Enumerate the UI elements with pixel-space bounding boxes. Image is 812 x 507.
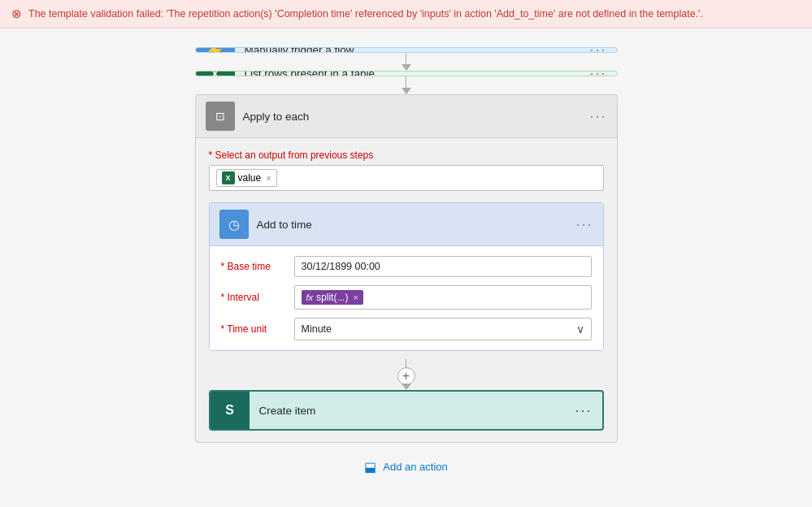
add-to-time-menu[interactable]: ··· — [575, 216, 593, 233]
interval-row: * Interval fx split(...) × — [221, 285, 592, 310]
chevron-down-icon: ∨ — [576, 323, 584, 336]
canvas-area: ⚡ Manually trigger a flow ··· X List row… — [0, 31, 812, 507]
select-output-label: * Select an output from previous steps — [209, 150, 604, 161]
list-rows-menu[interactable]: ··· — [580, 71, 616, 76]
time-unit-label: * Time unit — [221, 323, 286, 335]
plus-connector: + — [209, 359, 604, 390]
value-tag-excel-icon: X — [222, 171, 235, 184]
add-action-icon: ⬓ — [364, 459, 376, 474]
plus-connector-circle[interactable]: + — [397, 367, 415, 385]
list-rows-icon: X — [211, 71, 219, 76]
add-to-time-icon: ◷ — [228, 217, 240, 232]
select-output-asterisk: * — [209, 150, 215, 161]
add-to-time-card: ◷ Add to time ··· * Base time — [209, 202, 604, 351]
value-tag-close[interactable]: × — [266, 173, 271, 183]
error-message: The template validation failed: 'The rep… — [28, 8, 703, 20]
apply-each-icon-bg: ⊡ — [206, 102, 235, 131]
list-rows-label: List rows present in a table — [235, 71, 580, 76]
time-unit-select[interactable]: Minute ∨ — [294, 318, 592, 340]
connector-1 — [402, 53, 411, 71]
apply-each-container: ⊡ Apply to each ··· * Select an output f… — [195, 94, 618, 443]
connector-2 — [402, 76, 411, 94]
interval-input-tag[interactable]: fx split(...) × — [294, 285, 592, 310]
flow-container: ⚡ Manually trigger a flow ··· X List row… — [195, 47, 618, 474]
time-unit-label-text: Time unit — [227, 323, 267, 335]
apply-each-icon: ⊡ — [215, 110, 225, 123]
manual-trigger-icon-bg: ⚡ — [196, 47, 235, 53]
add-to-time-body: * Base time * Interval fx — [210, 246, 603, 350]
base-time-input[interactable] — [294, 256, 592, 277]
create-item-icon-bg: S — [211, 390, 250, 431]
time-unit-row: * Time unit Minute ∨ — [221, 318, 592, 340]
value-tag-row[interactable]: X value × — [209, 165, 604, 191]
connector-arrow-1 — [402, 64, 411, 71]
manual-trigger-label: Manually trigger a flow — [235, 47, 580, 53]
plus-connector-line-top — [406, 359, 407, 367]
create-item-label: Create item — [250, 405, 566, 417]
manual-trigger-menu[interactable]: ··· — [580, 47, 616, 53]
create-item-menu[interactable]: ··· — [565, 402, 601, 419]
func-tag-close[interactable]: × — [353, 292, 358, 302]
value-tag-text: value — [238, 172, 262, 184]
apply-each-label: Apply to each — [243, 110, 590, 123]
manual-trigger-icon: ⚡ — [205, 47, 225, 53]
list-rows-card[interactable]: X List rows present in a table ··· — [195, 71, 618, 76]
interval-label: * Interval — [221, 292, 286, 303]
apply-each-header[interactable]: ⊡ Apply to each ··· — [196, 95, 617, 138]
create-item-icon: S — [225, 403, 234, 418]
error-banner: ⊗ The template validation failed: 'The r… — [0, 0, 812, 28]
base-time-label-text: Base time — [228, 261, 271, 272]
manual-trigger-card[interactable]: ⚡ Manually trigger a flow ··· — [195, 47, 618, 53]
add-to-time-icon-bg: ◷ — [219, 210, 249, 239]
add-to-time-label: Add to time — [257, 219, 576, 231]
connector-line-2 — [406, 76, 407, 88]
connector-arrow-2 — [402, 88, 411, 94]
time-unit-value: Minute — [302, 323, 332, 335]
add-action-label[interactable]: Add an action — [383, 461, 448, 473]
add-to-time-header[interactable]: ◷ Add to time ··· — [210, 203, 603, 246]
interval-label-text: Interval — [228, 292, 259, 303]
select-output-text: Select an output from previous steps — [215, 150, 374, 161]
create-item-card[interactable]: S Create item ··· — [209, 390, 604, 431]
apply-each-menu[interactable]: ··· — [589, 108, 606, 125]
add-action-row[interactable]: ⬓ Add an action — [364, 459, 448, 474]
base-time-row: * Base time — [221, 256, 592, 277]
func-tag: fx split(...) × — [302, 290, 363, 305]
apply-each-body: * Select an output from previous steps X… — [196, 138, 617, 442]
func-tag-icon: fx — [306, 292, 314, 302]
plus-connector-arrow — [402, 384, 411, 390]
error-icon: ⊗ — [11, 6, 22, 21]
connector-line-1 — [406, 53, 407, 64]
list-rows-icon-bg: X — [196, 71, 235, 76]
func-tag-text: split(...) — [316, 292, 348, 303]
value-tag: X value × — [216, 169, 277, 187]
base-time-label: * Base time — [221, 261, 286, 272]
